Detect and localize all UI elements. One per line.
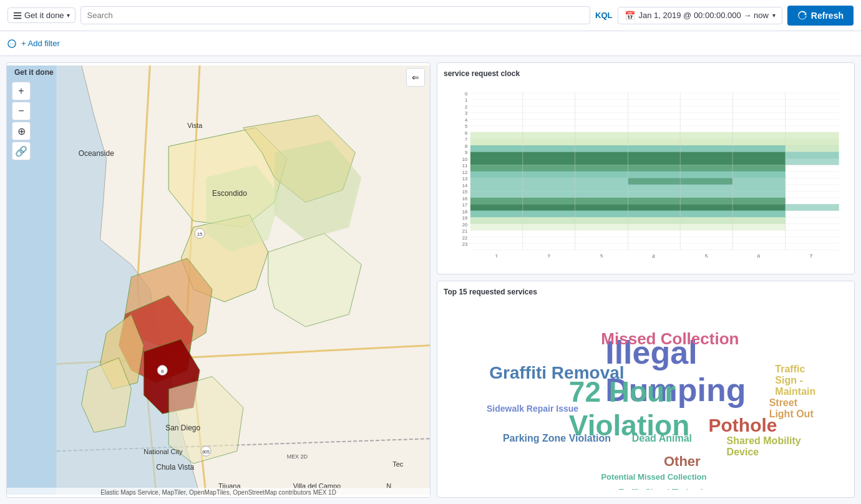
svg-text:23: 23 <box>462 241 467 247</box>
svg-text:6: 6 <box>465 130 467 136</box>
map-visualization: Oceanside Vista Escondido San Diego Nati… <box>7 63 430 497</box>
wordcloud-panel-title: Top 15 requested services <box>444 288 848 296</box>
svg-rect-98 <box>786 158 839 165</box>
add-filter-label: + Add filter <box>21 39 60 48</box>
svg-text:3: 3 <box>465 110 467 116</box>
word-cloud-item[interactable]: Sidewalk Repair Issue <box>487 404 578 414</box>
svg-text:Chula Vista: Chula Vista <box>156 463 194 472</box>
svg-text:9: 9 <box>465 150 467 155</box>
refresh-icon <box>797 11 807 21</box>
svg-text:MEX 2D: MEX 2D <box>287 453 308 460</box>
svg-rect-92 <box>470 138 839 145</box>
svg-rect-96 <box>786 152 839 158</box>
word-cloud-item[interactable]: Shared Mobility Device <box>727 435 808 458</box>
time-range-label: Jan 1, 2019 @ 00:00:00.000 → now <box>639 11 769 20</box>
word-cloud-item[interactable]: Parking Zone Violation <box>503 433 611 444</box>
svg-text:National City: National City <box>144 448 183 455</box>
svg-text:0: 0 <box>465 91 467 97</box>
svg-text:22: 22 <box>462 235 467 241</box>
map-panel-title: Get it done <box>14 68 54 77</box>
word-cloud-item[interactable]: Missed Collection <box>601 329 739 349</box>
svg-text:Tec: Tec <box>392 460 404 468</box>
svg-text:5: 5 <box>465 124 467 129</box>
word-cloud-item[interactable]: Potential Missed Collection <box>601 472 706 481</box>
svg-text:4: 4 <box>652 253 655 258</box>
word-cloud-item[interactable]: Street Light Out <box>769 397 822 420</box>
svg-text:21: 21 <box>462 228 467 234</box>
svg-text:⋯: ⋯ <box>9 41 15 47</box>
svg-text:4: 4 <box>465 117 468 123</box>
chevron-down-icon: ▾ <box>67 12 70 19</box>
svg-text:15: 15 <box>197 231 203 237</box>
svg-rect-91 <box>470 132 839 138</box>
svg-rect-2 <box>14 17 21 19</box>
kql-toggle[interactable]: KQL <box>595 11 612 20</box>
svg-text:11: 11 <box>462 163 467 168</box>
svg-text:3: 3 <box>600 253 603 258</box>
word-cloud-item[interactable]: Other <box>664 453 701 470</box>
svg-rect-94 <box>786 145 839 152</box>
zoom-in-button[interactable]: + <box>12 82 31 100</box>
svg-text:1: 1 <box>465 97 467 103</box>
refresh-label: Refresh <box>811 11 844 21</box>
svg-text:Vista: Vista <box>187 122 203 129</box>
svg-text:2: 2 <box>465 104 467 110</box>
filter-bar: ⋯ + Add filter <box>0 31 861 56</box>
filter-options-icon: ⋯ <box>7 39 16 48</box>
right-panels: service request clock 0 1 2 3 4 5 6 7 8 <box>437 62 855 498</box>
word-cloud-item[interactable]: Pothole <box>709 415 777 436</box>
svg-text:10: 10 <box>462 157 467 162</box>
svg-rect-1 <box>14 15 21 16</box>
clock-panel-title: service request clock <box>444 69 848 78</box>
word-cloud-item[interactable]: Traffic Sign - Maintain <box>775 364 824 397</box>
link-button[interactable]: 🔗 <box>12 142 31 160</box>
map-attribution: Elastic Maps Service, MapTiler, OpenMapT… <box>7 488 430 497</box>
wordcloud-panel: Top 15 requested services Illegal Dumpin… <box>437 281 855 498</box>
map-controls: + − ⊕ 🔗 <box>12 82 31 160</box>
calendar-icon: 📅 <box>625 11 635 21</box>
svg-text:1: 1 <box>495 253 498 258</box>
add-filter-button[interactable]: + Add filter <box>21 39 60 48</box>
svg-text:15: 15 <box>462 189 467 195</box>
chevron-down-icon: ▾ <box>772 12 776 19</box>
word-cloud-item[interactable]: Traffic Signal Timing Issue <box>619 487 721 490</box>
svg-text:805: 805 <box>202 450 210 454</box>
svg-text:18: 18 <box>462 209 467 215</box>
time-picker[interactable]: 📅 Jan 1, 2019 @ 00:00:00.000 → now ▾ <box>618 7 782 24</box>
collapse-map-button[interactable]: ⇐ <box>406 68 425 87</box>
index-label: Get it done <box>24 11 64 20</box>
index-icon <box>13 11 22 20</box>
clock-panel: service request clock 0 1 2 3 4 5 6 7 8 <box>437 62 855 274</box>
svg-text:12: 12 <box>462 170 467 175</box>
svg-text:7: 7 <box>465 137 467 142</box>
svg-text:17: 17 <box>462 202 467 208</box>
svg-text:14: 14 <box>462 183 468 188</box>
word-cloud-item[interactable]: Dead Animal <box>632 433 692 444</box>
svg-text:6: 6 <box>757 253 761 258</box>
search-input[interactable] <box>80 6 590 24</box>
clock-chart: 0 1 2 3 4 5 6 7 8 9 10 11 12 13 <box>444 83 848 258</box>
refresh-button[interactable]: Refresh <box>787 6 854 26</box>
svg-text:20: 20 <box>462 222 467 228</box>
index-selector[interactable]: Get it done ▾ <box>7 7 75 23</box>
svg-text:8: 8 <box>161 369 164 374</box>
map-panel: Get it done + − ⊕ 🔗 ⇐ <box>6 62 430 498</box>
svg-text:San Diego: San Diego <box>165 424 200 432</box>
top-bar: Get it done ▾ KQL 📅 Jan 1, 2019 @ 00:00:… <box>0 0 861 31</box>
svg-rect-107 <box>786 204 839 210</box>
svg-text:Oceanside: Oceanside <box>79 149 114 158</box>
zoom-out-button[interactable]: − <box>12 102 31 120</box>
svg-text:16: 16 <box>462 196 467 201</box>
svg-text:8: 8 <box>465 143 467 149</box>
svg-text:2: 2 <box>547 253 550 258</box>
svg-rect-0 <box>14 12 21 13</box>
svg-text:13: 13 <box>462 176 467 182</box>
wordcloud-container: Illegal DumpingMissed CollectionGraffiti… <box>444 301 848 490</box>
svg-text:5: 5 <box>705 253 708 258</box>
svg-text:19: 19 <box>462 215 467 221</box>
svg-text:Escondido: Escondido <box>212 189 247 198</box>
crosshair-button[interactable]: ⊕ <box>12 122 31 140</box>
svg-text:7: 7 <box>810 253 813 258</box>
y-axis-labels: 0 1 2 3 4 5 6 7 8 9 10 11 12 13 <box>462 91 468 247</box>
main-content: Get it done + − ⊕ 🔗 ⇐ <box>0 56 861 504</box>
